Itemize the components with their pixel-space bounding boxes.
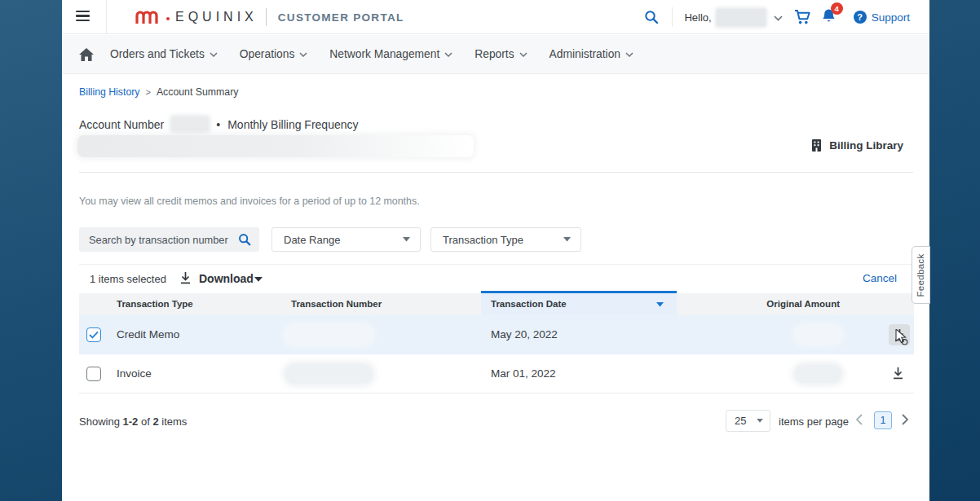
items-selected-count: 1 items selected [90,273,166,285]
checkmark-icon [89,331,99,339]
billing-library-button[interactable]: Billing Library [811,139,903,152]
brand-separator [266,8,267,26]
showing-range: 1-2 [123,415,139,428]
search-icon[interactable] [644,10,659,24]
table-footer: Showing 1-2 of 2 items 25 items per page… [62,407,929,435]
home-icon[interactable] [79,48,94,61]
support-link[interactable]: Support [872,11,910,24]
nav-item-operations[interactable]: Operations [240,48,308,60]
redacted-transaction-number [285,325,373,345]
main-nav: Orders and Tickets Operations Network Ma… [62,35,929,74]
next-page-icon[interactable] [902,414,909,425]
chevron-down-icon[interactable] [774,15,783,21]
breadcrumb-billing-history[interactable]: Billing History [79,86,139,98]
nav-item-label: Reports [475,48,514,60]
cancel-button[interactable]: Cancel [863,272,897,284]
col-transaction-type[interactable]: Transaction Type [117,299,193,309]
sort-caret-icon[interactable] [656,302,664,307]
of-label: of [141,415,150,428]
feedback-tab[interactable]: Feedback [912,246,930,304]
portal-name: CUSTOMER PORTAL [278,11,404,24]
header-divider [106,0,107,34]
account-number-label: Account Number [79,118,164,131]
nav-item-reports[interactable]: Reports [475,48,527,60]
header-actions: Hello, 4 ? Support [644,0,910,34]
cart-icon[interactable] [794,10,810,24]
equinix-logo-icon [134,8,161,26]
help-icon[interactable]: ? [854,11,867,24]
selection-toolbar: 1 items selected Download Cancel [79,265,913,293]
screen-background: EQUINIX CUSTOMER PORTAL Hello, [0,0,980,501]
search-input[interactable] [79,234,238,246]
account-summary-line: Account Number • Monthly Billing Frequen… [79,117,358,131]
nav-item-label: Network Management [329,48,439,60]
chevron-down-icon [625,52,633,57]
download-caret-icon[interactable] [254,277,263,282]
col-transaction-date-sorted[interactable]: Transaction Date [481,291,677,315]
info-text: You may view all credit memos and invoic… [79,196,420,207]
redacted-user-name [717,9,766,26]
notifications[interactable]: 4 [822,8,836,27]
header-divider [672,7,673,27]
transaction-type-select[interactable]: Transaction Type [430,227,581,252]
brand-dot [166,17,170,20]
nav-item-network-management[interactable]: Network Management [329,48,452,60]
page-size-value: 25 [735,415,746,427]
row-download-button-hovered[interactable] [889,324,910,345]
row-download-button[interactable] [892,367,904,380]
breadcrumb: Billing History > Account Summary [79,86,238,98]
date-range-label: Date Range [284,234,340,246]
greeting-label: Hello, [684,11,711,24]
breadcrumb-separator: > [145,87,150,97]
redacted-account-name [77,135,474,157]
search-icon[interactable] [238,233,251,246]
items-label: items [161,415,187,428]
redacted-transaction-number [285,364,373,384]
cell-transaction-type: Credit Memo [117,315,179,354]
date-range-select[interactable]: Date Range [271,227,421,252]
col-original-amount[interactable]: Original Amount [766,299,840,309]
cell-transaction-type: Invoice [117,354,152,393]
redacted-account-number [172,117,208,131]
page-size-select[interactable]: 25 [726,410,770,432]
brand-name: EQUINIX [175,10,258,24]
customer-portal-window: EQUINIX CUSTOMER PORTAL Hello, [62,0,929,501]
download-icon[interactable] [179,271,192,284]
nav-item-label: Administration [550,48,620,60]
row-checkbox-checked[interactable] [86,327,101,342]
chevron-down-icon [299,52,307,57]
transaction-type-label: Transaction Type [443,234,523,246]
redacted-original-amount [795,365,841,383]
page-number-button[interactable]: 1 [874,411,892,429]
download-icon [894,328,906,341]
showing-label: Showing [79,415,120,428]
notification-badge: 4 [831,2,843,15]
total-count: 2 [152,415,158,428]
chevron-down-icon [444,52,452,57]
cell-transaction-date: Mar 01, 2022 [491,354,556,393]
transactions-table: Transaction Type Transaction Number Tran… [79,293,914,393]
transaction-search[interactable] [79,227,259,252]
chevron-down-icon [519,52,528,57]
library-icon [811,139,822,152]
table-row-credit-memo[interactable]: Credit Memo May 20, 2022 [79,315,914,354]
brand-area[interactable]: EQUINIX CUSTOMER PORTAL [134,0,404,34]
feedback-label: Feedback [916,253,926,297]
section-divider [79,172,913,173]
hamburger-menu-icon[interactable] [73,9,101,25]
table-row-invoice[interactable]: Invoice Mar 01, 2022 [79,354,914,393]
previous-page-icon[interactable] [855,414,863,425]
col-transaction-date-label: Transaction Date [491,299,567,309]
top-header: EQUINIX CUSTOMER PORTAL Hello, [62,0,929,34]
nav-item-label: Operations [240,48,295,60]
breadcrumb-current: Account Summary [157,86,238,98]
col-transaction-number[interactable]: Transaction Number [291,299,382,309]
row-checkbox-unchecked[interactable] [86,367,101,381]
nav-item-administration[interactable]: Administration [550,48,633,60]
billing-frequency-label: Monthly Billing Frequency [227,118,358,131]
chevron-down-icon [210,52,218,57]
download-button[interactable]: Download [199,272,254,285]
table-header: Transaction Type Transaction Number Tran… [79,293,914,315]
bullet-separator: • [216,118,220,131]
nav-item-orders-and-tickets[interactable]: Orders and Tickets [110,48,218,60]
